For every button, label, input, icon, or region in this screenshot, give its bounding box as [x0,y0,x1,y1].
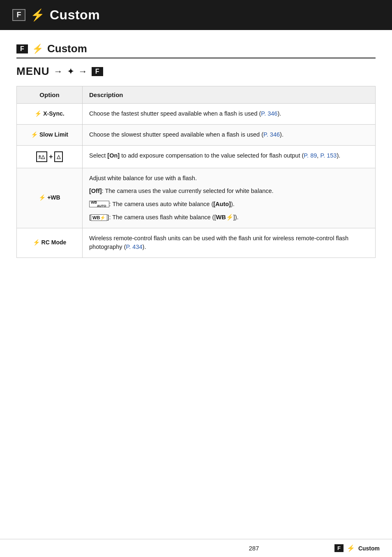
section-f-badge: F [16,44,28,53]
option-xsync: ⚡ X-Sync. [17,104,83,125]
option-slowlimit: ⚡ Slow Limit [17,124,83,145]
table-row: ±△ + △ Select [On] to add exposure compe… [17,145,376,168]
section-title-text: Custom [47,42,87,55]
gear-icon: ✦ [67,66,74,77]
table-row: ⚡ +WB Adjust white balance for use with … [17,168,376,228]
ref-346-slow[interactable]: P. 346 [263,131,280,138]
footer-title: Custom [358,545,380,552]
wb-auto-badge: WBAUTO [89,201,109,207]
footer-f-badge: F [334,544,344,552]
options-table: Option Description ⚡ X-Sync. Choose the … [16,86,376,258]
ev-badge-1: ±△ [36,151,48,162]
menu-path: MENU → ✦ → F [16,65,376,78]
wb-desc-3: WBAUTO : The camera uses auto white bala… [89,200,369,209]
ref-153[interactable]: P. 153 [320,152,337,159]
bottom-bar: 287 F ⚡ Custom [0,539,392,557]
desc-slowlimit: Choose the slowest shutter speed availab… [83,124,376,145]
header-flash-icon: ⚡ [30,8,45,22]
option-rcmode: ⚡ RC Mode [17,228,83,258]
ref-89[interactable]: P. 89 [304,152,317,159]
ref-434[interactable]: P. 434 [126,244,142,250]
section-title: F ⚡ Custom [16,42,376,58]
option-wb: ⚡ +WB [17,168,83,228]
page-number: 287 [173,545,334,552]
ev-badge-2: △ [54,151,63,162]
arrow1-icon: → [54,66,63,77]
header-title: Custom [50,7,100,23]
menu-label: MENU [16,65,50,78]
desc-ev: Select [On] to add exposure compensation… [83,145,376,168]
desc-rcmode: Wireless remote-control flash units can … [83,228,376,258]
main-content: F ⚡ Custom MENU → ✦ → F Option Descripti… [0,30,392,274]
table-row: ⚡ X-Sync. Choose the fastest shutter spe… [17,104,376,125]
bottom-right: F ⚡ Custom [334,544,380,552]
header-bar: F ⚡ Custom [0,0,392,30]
arrow2-icon: → [78,66,88,77]
wb-desc-1: Adjust white balance for use with a flas… [89,174,369,183]
wb-flash-badge: WB⚡ [91,214,107,221]
section-flash-icon: ⚡ [32,44,43,54]
wb-desc-2: [Off]: The camera uses the value current… [89,187,369,196]
col-description-header: Description [83,86,376,104]
table-row: ⚡ Slow Limit Choose the slowest shutter … [17,124,376,145]
desc-xsync: Choose the fastest shutter speed availab… [83,104,376,125]
col-option-header: Option [17,86,83,104]
header-f-badge: F [12,9,25,21]
footer-flash-icon: ⚡ [347,544,355,552]
ref-346-xsync[interactable]: P. 346 [261,110,277,117]
menu-f-badge: F [92,67,103,76]
desc-wb: Adjust white balance for use with a flas… [83,168,376,228]
table-row: ⚡ RC Mode Wireless remote-control flash … [17,228,376,258]
option-ev: ±△ + △ [17,145,83,168]
wb-desc-4: [WB⚡]: The camera uses flash white balan… [89,213,369,222]
